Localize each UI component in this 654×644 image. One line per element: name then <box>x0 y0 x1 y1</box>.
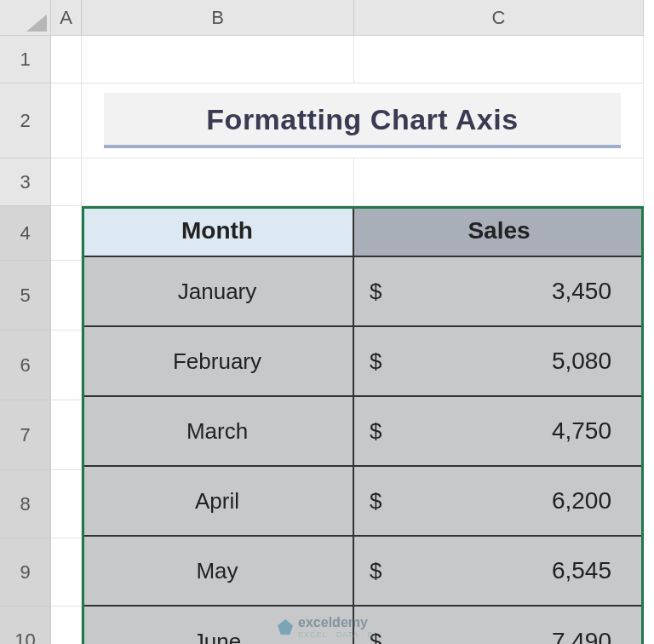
row-header-6[interactable]: 6 <box>0 331 51 400</box>
sales-value: 6,200 <box>552 487 611 515</box>
cell-a9[interactable] <box>51 538 82 607</box>
watermark: exceldemy EXCEL · DATA · BI <box>278 615 376 639</box>
row-header-8[interactable]: 8 <box>0 470 51 538</box>
table-header-sales[interactable]: Sales <box>354 206 644 257</box>
sales-value: 5,080 <box>552 348 611 375</box>
table-row-sales[interactable]: $ 6,545 <box>354 537 644 607</box>
table-row-month[interactable]: May <box>82 537 354 607</box>
currency-symbol: $ <box>370 418 382 445</box>
row-header-2[interactable]: 2 <box>0 83 51 158</box>
cell-a7[interactable] <box>51 400 82 470</box>
table-row-month[interactable]: April <box>82 467 354 537</box>
cell-a5[interactable] <box>51 261 82 331</box>
column-header-c[interactable]: C <box>354 0 644 36</box>
cell-c3[interactable] <box>354 158 644 206</box>
cell-c1[interactable] <box>354 36 644 83</box>
table-row-month[interactable]: February <box>82 327 354 397</box>
select-all-corner[interactable] <box>0 0 51 36</box>
column-header-b[interactable]: B <box>82 0 354 36</box>
cell-b3[interactable] <box>82 158 354 206</box>
page-title: Formatting Chart Axis <box>104 93 620 148</box>
cell-a4[interactable] <box>51 206 82 261</box>
table-header-month[interactable]: Month <box>82 206 354 257</box>
data-table: Month Sales January $ 3,450 February $ 5… <box>82 206 644 644</box>
row-header-5[interactable]: 5 <box>0 261 51 331</box>
row-header-7[interactable]: 7 <box>0 400 51 470</box>
table-row-sales[interactable]: $ 3,450 <box>354 257 644 327</box>
data-table-selection[interactable]: Month Sales January $ 3,450 February $ 5… <box>82 206 644 644</box>
sales-value: 7,490 <box>552 628 611 644</box>
row-header-9[interactable]: 9 <box>0 538 51 607</box>
column-header-a[interactable]: A <box>51 0 82 36</box>
sales-value: 4,750 <box>552 417 611 445</box>
title-cell[interactable]: Formatting Chart Axis <box>82 83 644 158</box>
currency-symbol: $ <box>370 558 382 584</box>
sales-value: 3,450 <box>552 278 611 305</box>
table-row-sales[interactable]: $ 6,200 <box>354 467 644 537</box>
cell-a1[interactable] <box>51 36 82 83</box>
cell-b1[interactable] <box>82 36 354 83</box>
cell-a6[interactable] <box>51 331 82 400</box>
table-row-sales[interactable]: $ 4,750 <box>354 397 644 467</box>
table-row-month[interactable]: March <box>82 397 354 467</box>
row-header-3[interactable]: 3 <box>0 158 51 206</box>
row-header-4[interactable]: 4 <box>0 206 51 261</box>
sales-value: 6,545 <box>552 557 611 584</box>
row-header-10[interactable]: 10 <box>0 607 51 644</box>
cell-a8[interactable] <box>51 470 82 538</box>
table-row-sales[interactable]: $ 7,490 <box>354 607 644 644</box>
cell-a3[interactable] <box>51 158 82 206</box>
table-row-month[interactable]: January <box>82 257 354 327</box>
currency-symbol: $ <box>370 348 382 375</box>
watermark-logo-icon <box>278 619 293 635</box>
cell-a10[interactable] <box>51 607 82 644</box>
currency-symbol: $ <box>370 279 382 305</box>
row-header-1[interactable]: 1 <box>0 36 51 83</box>
watermark-brand: exceldemy <box>298 615 376 630</box>
watermark-tagline: EXCEL · DATA · BI <box>298 630 376 639</box>
cell-a2[interactable] <box>51 83 82 158</box>
spreadsheet-grid: A B C 1 2 3 4 5 6 7 8 9 10 Formatting Ch… <box>0 0 654 644</box>
table-row-sales[interactable]: $ 5,080 <box>354 327 644 397</box>
currency-symbol: $ <box>370 488 382 515</box>
